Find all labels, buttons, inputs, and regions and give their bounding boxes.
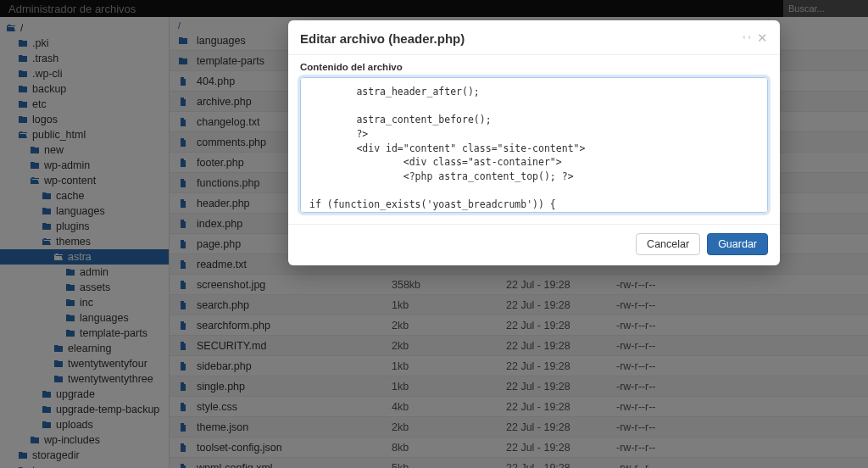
modal-header: Editar archivo (header.php) ✕	[288, 20, 780, 55]
modal-body: Contenido del archivo	[288, 55, 780, 224]
edit-file-modal: Editar archivo (header.php) ✕ Contenido …	[288, 20, 780, 265]
close-icon[interactable]: ✕	[757, 31, 768, 46]
cancel-button[interactable]: Cancelar	[636, 233, 700, 255]
expand-icon[interactable]	[742, 32, 752, 45]
file-content-textarea[interactable]	[300, 77, 768, 213]
modal-tools: ✕	[742, 31, 768, 46]
save-button[interactable]: Guardar	[707, 233, 768, 255]
modal-title: Editar archivo (header.php)	[300, 31, 742, 46]
content-label: Contenido del archivo	[300, 62, 768, 72]
modal-overlay[interactable]: Editar archivo (header.php) ✕ Contenido …	[0, 0, 868, 468]
modal-footer: Cancelar Guardar	[288, 224, 780, 265]
